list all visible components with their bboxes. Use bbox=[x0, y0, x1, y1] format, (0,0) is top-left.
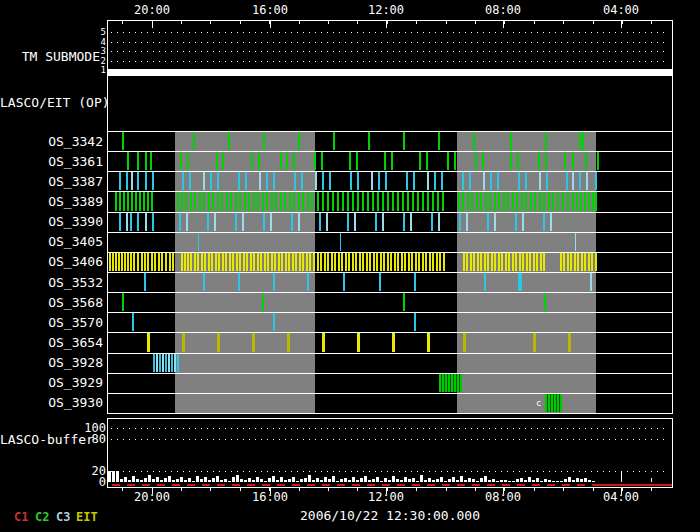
buffer-bar bbox=[568, 477, 571, 482]
buffer-bar bbox=[444, 481, 447, 482]
axis-minor-tick bbox=[387, 20, 388, 24]
event-tick bbox=[580, 192, 582, 210]
event-tick bbox=[348, 253, 350, 271]
top-axis-line bbox=[107, 20, 673, 21]
event-tick bbox=[552, 192, 554, 210]
event-tick bbox=[482, 152, 484, 170]
event-tick bbox=[145, 152, 147, 170]
event-tick bbox=[210, 172, 212, 190]
axis-minor-tick bbox=[446, 20, 447, 24]
event-tick bbox=[177, 192, 179, 210]
buffer-bar bbox=[424, 480, 427, 482]
event-tick bbox=[442, 192, 444, 210]
axis-minor-tick bbox=[210, 20, 211, 24]
buffer-bar bbox=[212, 478, 215, 482]
row-label: OS_3405 bbox=[0, 235, 103, 248]
event-tick bbox=[572, 152, 574, 170]
event-tick bbox=[377, 192, 379, 210]
row-label: OS_3342 bbox=[0, 135, 103, 148]
event-tick bbox=[230, 192, 232, 210]
event-tick bbox=[158, 253, 160, 271]
event-tick bbox=[392, 192, 394, 210]
axis-hour-label: 12:00 bbox=[356, 491, 416, 503]
event-tick bbox=[161, 253, 163, 271]
event-tick bbox=[217, 333, 220, 351]
event-tick bbox=[454, 152, 456, 170]
event-tick bbox=[494, 213, 496, 231]
event-tick bbox=[545, 132, 547, 150]
event-tick bbox=[169, 253, 171, 271]
event-tick bbox=[342, 192, 344, 210]
event-tick bbox=[147, 253, 149, 271]
legend-item-eit: EIT bbox=[76, 511, 98, 523]
event-tick bbox=[271, 253, 273, 271]
event-tick bbox=[498, 253, 500, 271]
buffer-bar bbox=[400, 480, 403, 482]
event-tick bbox=[286, 152, 288, 170]
event-tick bbox=[357, 333, 360, 351]
event-tick bbox=[306, 253, 308, 271]
event-tick bbox=[595, 192, 597, 210]
buffer-bar bbox=[304, 478, 307, 482]
buffer-bar bbox=[136, 479, 139, 482]
event-tick bbox=[516, 192, 518, 210]
event-tick bbox=[257, 253, 259, 271]
event-tick bbox=[562, 192, 564, 210]
buffer-bar bbox=[420, 475, 423, 482]
event-tick bbox=[115, 192, 117, 210]
event-tick bbox=[469, 172, 471, 190]
event-tick bbox=[345, 253, 347, 271]
event-tick bbox=[251, 152, 253, 170]
event-tick bbox=[221, 192, 223, 210]
event-tick bbox=[327, 253, 329, 271]
buffer-bar bbox=[532, 480, 535, 482]
event-tick bbox=[410, 213, 412, 231]
event-tick bbox=[242, 213, 244, 231]
event-tick bbox=[266, 172, 268, 190]
axis-minor-tick bbox=[299, 20, 300, 24]
event-tick bbox=[181, 253, 183, 271]
axis-minor-tick bbox=[563, 20, 564, 24]
tm-submode-gridline bbox=[111, 32, 669, 33]
event-tick bbox=[267, 253, 269, 271]
event-tick bbox=[471, 192, 473, 210]
buffer-bar bbox=[484, 476, 487, 482]
buffer-bar bbox=[204, 477, 207, 482]
axis-hour-label: 04:00 bbox=[591, 4, 651, 16]
event-tick bbox=[380, 253, 382, 271]
event-tick bbox=[548, 192, 550, 210]
buffer-bar bbox=[140, 480, 143, 482]
event-tick bbox=[189, 172, 191, 190]
event-tick bbox=[314, 152, 316, 170]
event-tick bbox=[246, 253, 248, 271]
event-tick bbox=[244, 192, 246, 210]
event-tick bbox=[203, 192, 205, 210]
event-tick bbox=[319, 213, 321, 231]
event-tick bbox=[425, 253, 427, 271]
event-tick bbox=[198, 233, 199, 251]
axis-minor-tick bbox=[122, 20, 123, 24]
event-tick bbox=[262, 192, 264, 210]
event-tick bbox=[295, 253, 297, 271]
event-tick bbox=[258, 152, 260, 170]
buffer-bar bbox=[124, 477, 127, 482]
event-tick bbox=[546, 172, 548, 190]
axis-minor-tick bbox=[475, 20, 476, 24]
buffer-bar bbox=[324, 477, 327, 482]
buffer-bar bbox=[416, 481, 419, 482]
event-tick bbox=[584, 192, 586, 210]
buffer-bar bbox=[244, 480, 247, 482]
buffer-spike bbox=[651, 478, 652, 482]
axis-minor-tick bbox=[446, 487, 447, 491]
event-tick bbox=[355, 253, 357, 271]
panel-divider bbox=[107, 75, 673, 76]
event-tick bbox=[307, 273, 309, 291]
event-tick bbox=[281, 253, 283, 271]
tm-submode-label: TM SUBMODE bbox=[0, 50, 100, 63]
event-tick bbox=[133, 253, 135, 271]
event-tick bbox=[462, 192, 464, 210]
event-tick bbox=[508, 253, 510, 271]
row-separator bbox=[107, 353, 673, 354]
buffer-bar bbox=[280, 477, 283, 482]
row-annotation: c bbox=[536, 399, 541, 408]
